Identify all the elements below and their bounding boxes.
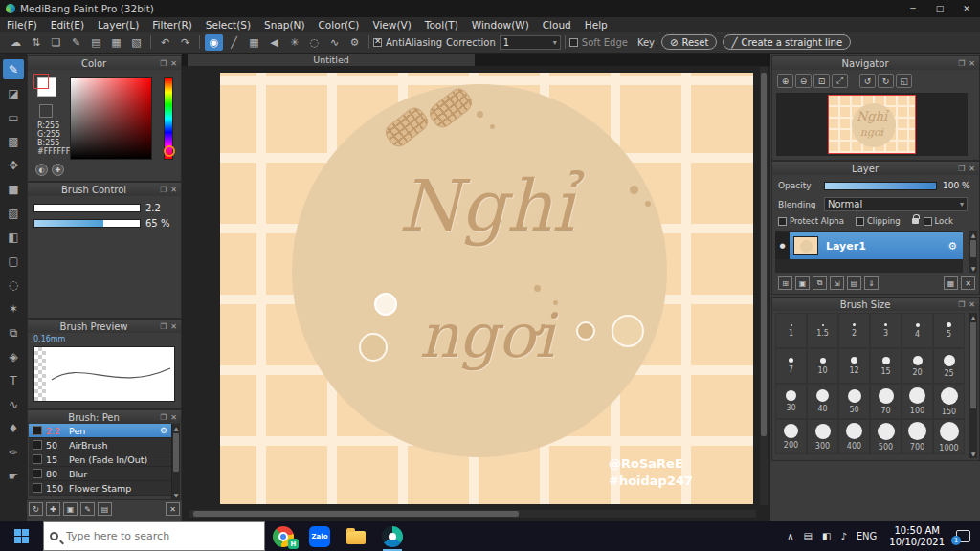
- canvas[interactable]: Nghỉ ngơi @RoSaReE #hoidap247: [220, 73, 753, 504]
- divide-tool-icon[interactable]: ⧉: [3, 322, 24, 342]
- fill-tool-icon[interactable]: ■: [3, 179, 24, 199]
- scroll-up-icon[interactable]: ▲: [172, 424, 180, 432]
- brush-size-option[interactable]: 50: [838, 384, 870, 419]
- menu-window[interactable]: Window(W): [465, 19, 536, 31]
- layer-visibility-icon[interactable]: ●: [775, 232, 790, 259]
- brush-size-option[interactable]: 700: [902, 419, 933, 454]
- hue-slider[interactable]: [164, 77, 173, 160]
- scrollbar-thumb[interactable]: [761, 73, 767, 436]
- undo-icon[interactable]: ↶: [156, 34, 174, 51]
- create-straight-line-button[interactable]: ╱ Create a straight line: [723, 34, 851, 50]
- foreground-color-swatch[interactable]: [37, 77, 56, 97]
- brush-size-option[interactable]: 3: [870, 313, 902, 348]
- pattern-tool-icon[interactable]: ▩: [3, 131, 24, 151]
- float-panel-icon[interactable]: ❐: [160, 413, 167, 422]
- language-indicator[interactable]: ENG: [852, 531, 882, 541]
- brush-size-option[interactable]: 1.5: [807, 313, 838, 348]
- rotate-right-icon[interactable]: ↻: [878, 74, 894, 88]
- brush-size-option[interactable]: 7: [775, 348, 807, 384]
- pen-tool-icon[interactable]: ✑: [3, 442, 24, 462]
- transfer-layer-icon[interactable]: ⇲: [830, 276, 844, 290]
- chat-icon[interactable]: ❏: [47, 34, 65, 51]
- action-center-icon[interactable]: 1: [956, 530, 970, 542]
- redo-icon[interactable]: ↷: [176, 34, 194, 51]
- float-panel-icon[interactable]: ❐: [160, 322, 167, 331]
- menu-file[interactable]: File(F): [0, 19, 44, 31]
- brush-folder-icon[interactable]: ▣: [63, 502, 78, 516]
- menu-select[interactable]: Select(S): [199, 19, 257, 31]
- curve-tool-icon[interactable]: ∿: [3, 394, 24, 414]
- zoom-out-icon[interactable]: ⊖: [795, 74, 812, 88]
- layer-grid-icon[interactable]: ▦: [944, 276, 958, 290]
- brush-size-option[interactable]: 1000: [933, 419, 965, 454]
- snap-settings-icon[interactable]: ⚙: [345, 34, 364, 51]
- flip-horizontal-icon[interactable]: ◱: [896, 74, 912, 88]
- taskbar-zalo[interactable]: Zalo: [301, 521, 338, 551]
- brush-size-slider[interactable]: [33, 204, 141, 212]
- palette-add-icon[interactable]: ✚: [52, 164, 64, 176]
- navigator-viewport[interactable]: Nghỉ ngơi: [776, 93, 968, 156]
- grid-snap-icon[interactable]: ▦: [245, 34, 263, 51]
- close-button[interactable]: ✕: [953, 0, 980, 17]
- palette-icon[interactable]: ◐: [35, 164, 48, 176]
- menu-snap[interactable]: Snap(N): [257, 19, 311, 31]
- scroll-down-icon[interactable]: ▼: [969, 264, 977, 273]
- gear-icon[interactable]: ⚙: [160, 426, 167, 435]
- canvas-horizontal-scrollbar[interactable]: [189, 510, 756, 518]
- menu-color[interactable]: Color(C): [312, 19, 367, 31]
- close-panel-icon[interactable]: ✕: [170, 59, 177, 68]
- gradient-tool-icon[interactable]: ◧: [3, 227, 24, 247]
- correction-dropdown[interactable]: 1 ▾: [500, 35, 561, 50]
- soft-edge-checkbox[interactable]: Soft Edge: [569, 37, 628, 48]
- document-icon[interactable]: ▤: [87, 34, 105, 51]
- brush-size-option[interactable]: 100: [902, 384, 933, 419]
- zoom-fit-icon[interactable]: ⊡: [813, 74, 830, 88]
- scrollbar-thumb[interactable]: [970, 240, 976, 257]
- opacity-slider[interactable]: [824, 182, 937, 190]
- clipping-checkbox[interactable]: Clipping: [856, 216, 901, 226]
- brush-size-option[interactable]: 400: [838, 419, 870, 454]
- brush-size-option[interactable]: 2: [838, 313, 870, 348]
- edit-brush-icon[interactable]: ✎: [80, 502, 95, 516]
- float-panel-icon[interactable]: ❐: [958, 59, 965, 68]
- layer-folder-icon[interactable]: ▤: [847, 276, 861, 290]
- layout-icon[interactable]: ▧: [127, 34, 145, 51]
- new-folder-icon[interactable]: ▣: [795, 276, 810, 290]
- brush-size-option[interactable]: 150: [933, 384, 965, 419]
- brush-size-scrollbar[interactable]: ▲ ▼: [969, 313, 977, 458]
- brush-size-option[interactable]: 5: [933, 313, 965, 348]
- float-panel-icon[interactable]: ❐: [958, 165, 965, 173]
- volume-icon[interactable]: ♪: [835, 531, 851, 541]
- antialiasing-checkbox[interactable]: AntiAliasing: [373, 37, 442, 48]
- canvas-vertical-scrollbar[interactable]: [760, 67, 768, 505]
- close-panel-icon[interactable]: ✕: [170, 413, 177, 422]
- scroll-up-icon[interactable]: ▲: [969, 313, 977, 321]
- curve-snap-icon[interactable]: ∿: [325, 34, 344, 51]
- taskbar-search[interactable]: [43, 521, 265, 551]
- brush-item-flower-stamp[interactable]: 150 Flower Stamp: [29, 481, 171, 496]
- taskbar-chrome[interactable]: H: [265, 521, 301, 551]
- menu-edit[interactable]: Edit(E): [44, 19, 91, 31]
- layer-settings-gear-icon[interactable]: ⚙: [947, 240, 957, 253]
- zoom-actual-icon[interactable]: ⤢: [832, 74, 848, 88]
- brush-size-option[interactable]: 25: [933, 348, 965, 384]
- minimize-button[interactable]: ─: [900, 0, 926, 17]
- new-brush-icon[interactable]: ✚: [46, 502, 60, 516]
- shade-tool-icon[interactable]: ▨: [3, 203, 24, 223]
- brush-size-option[interactable]: 200: [775, 419, 807, 454]
- menu-layer[interactable]: Layer(L): [91, 19, 145, 31]
- menu-tool[interactable]: Tool(T): [418, 19, 465, 31]
- text-tool-icon[interactable]: T: [3, 370, 24, 390]
- taskbar-clock[interactable]: 10:50 AM 10/10/2021: [881, 525, 952, 548]
- protect-alpha-checkbox[interactable]: Protect Alpha: [778, 216, 844, 226]
- scroll-down-icon[interactable]: ▼: [172, 491, 180, 499]
- scroll-up-icon[interactable]: ▲: [969, 231, 977, 239]
- marquee-tool-icon[interactable]: ▭: [3, 107, 24, 127]
- brush-size-option[interactable]: 70: [870, 384, 902, 419]
- brush-item-pen[interactable]: 2.2 Pen ⚙: [29, 424, 171, 438]
- menu-filter[interactable]: Filter(R): [145, 19, 199, 31]
- network-icon[interactable]: ◧: [817, 531, 835, 541]
- delete-layer-icon[interactable]: ✕: [961, 276, 975, 290]
- brush-tool-icon[interactable]: ✎: [3, 59, 24, 79]
- close-panel-icon[interactable]: ✕: [170, 186, 177, 194]
